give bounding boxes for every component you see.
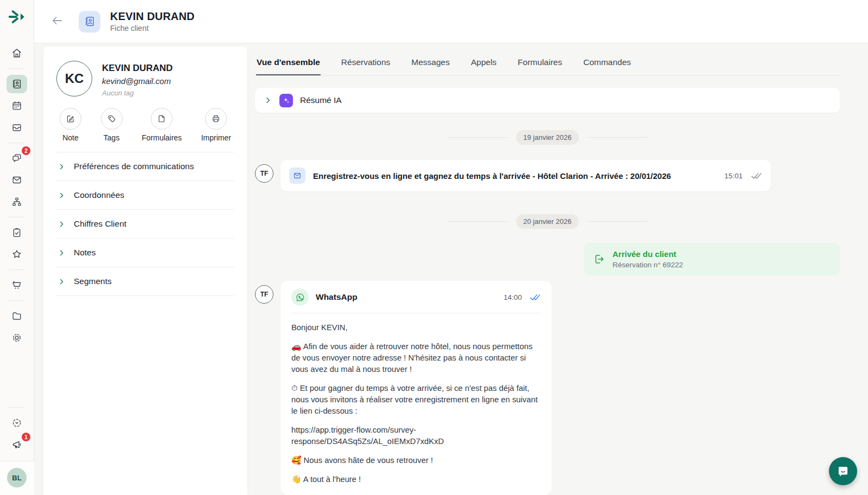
channel-name: WhatsApp bbox=[316, 292, 496, 302]
section-preferences[interactable]: Préférences de communications bbox=[56, 152, 234, 181]
message-link[interactable]: https://app.trigger-flow.com/survey-resp… bbox=[291, 425, 541, 447]
client-avatar: KC bbox=[56, 61, 92, 97]
message-paragraph: 🚗 Afin de vous aider à retrouver notre h… bbox=[291, 341, 541, 375]
announcements-badge: 1 bbox=[22, 433, 30, 441]
section-coordonnees[interactable]: Coordonnées bbox=[56, 181, 234, 210]
formulaires-button[interactable]: Formulaires bbox=[142, 108, 182, 142]
section-segments[interactable]: Segments bbox=[56, 267, 234, 296]
sidebar-item-chat[interactable]: 2 bbox=[7, 149, 27, 168]
sidebar-divider bbox=[9, 217, 25, 217]
tag-icon bbox=[101, 108, 123, 130]
mail-icon bbox=[11, 174, 23, 186]
sidebar-item-files[interactable] bbox=[7, 307, 27, 325]
sidebar-item-tasks[interactable] bbox=[7, 223, 27, 242]
calendar-icon bbox=[11, 100, 23, 112]
sidebar-item-mail[interactable] bbox=[7, 171, 27, 189]
whatsapp-icon bbox=[291, 288, 309, 306]
section-chiffres-client[interactable]: Chiffres Client bbox=[56, 210, 234, 239]
double-check-read-icon bbox=[529, 291, 541, 303]
client-email: kevind@gmail.com bbox=[102, 76, 173, 86]
support-chat-widget-button[interactable] bbox=[829, 457, 857, 485]
ai-summary-label: Résumé IA bbox=[300, 95, 342, 105]
event-subtitle: Réservation n° 69222 bbox=[612, 261, 683, 269]
sidebar-item-calendar[interactable] bbox=[7, 97, 27, 115]
client-name: KEVIN DURAND bbox=[102, 63, 173, 74]
chat-bubble-smile-icon bbox=[836, 464, 850, 478]
whatsapp-card-header: WhatsApp 14:00 bbox=[291, 288, 541, 313]
message-paragraph: Bonjour KEVIN, bbox=[291, 322, 541, 333]
chevron-right-icon bbox=[58, 163, 66, 171]
date-pill: 19 janvier 2026 bbox=[516, 130, 579, 145]
sidebar-item-announcements[interactable]: 1 bbox=[7, 435, 27, 454]
sidebar-user-section: BL bbox=[0, 461, 34, 495]
sidebar-item-focus[interactable] bbox=[7, 414, 27, 432]
sidebar-item-organization[interactable] bbox=[7, 192, 27, 211]
contact-book-icon bbox=[84, 15, 96, 28]
arrival-event-card: Arrivée du client Réservation n° 69222 bbox=[584, 243, 840, 275]
event-title: Arrivée du client bbox=[612, 249, 683, 259]
back-button[interactable] bbox=[49, 14, 65, 29]
sidebar-item-favorites[interactable] bbox=[7, 245, 27, 263]
sender-avatar: TF bbox=[255, 164, 273, 183]
fiche-client-tile bbox=[79, 11, 100, 33]
tab-formulaires[interactable]: Formulaires bbox=[517, 53, 563, 75]
email-subject: Enregistrez-vous en ligne et gagnez du t… bbox=[313, 171, 717, 181]
home-icon bbox=[11, 47, 23, 59]
content: KC KEVIN DURAND kevind@gmail.com Aucun t… bbox=[34, 43, 868, 495]
whatsapp-message-body: Bonjour KEVIN, 🚗 Afin de vous aider à re… bbox=[291, 313, 541, 485]
folder-icon bbox=[11, 310, 23, 322]
note-button[interactable]: Note bbox=[60, 108, 81, 142]
whatsapp-message-card[interactable]: WhatsApp 14:00 Bonjour KEVIN, 🚗 Afin de … bbox=[280, 281, 552, 495]
main-area: KEVIN DURAND Fiche client KC KEVIN DURAN… bbox=[34, 0, 868, 495]
arrow-left-icon bbox=[50, 14, 63, 27]
page-title: KEVIN DURAND bbox=[110, 10, 195, 23]
sender-avatar: TF bbox=[255, 285, 273, 304]
tab-appels[interactable]: Appels bbox=[470, 53, 497, 75]
cart-icon bbox=[11, 279, 23, 291]
email-time: 15:01 bbox=[724, 172, 743, 180]
tab-reservations[interactable]: Réservations bbox=[341, 53, 391, 75]
clipboard-check-icon bbox=[11, 227, 23, 239]
imprimer-button[interactable]: Imprimer bbox=[201, 108, 231, 142]
sidebar-divider bbox=[9, 68, 25, 69]
sidebar-item-settings[interactable] bbox=[7, 329, 27, 347]
chat-badge: 2 bbox=[22, 146, 30, 155]
tab-vue-densemble[interactable]: Vue d'ensemble bbox=[256, 53, 321, 75]
inbox-drawer-icon bbox=[11, 121, 23, 133]
brand-logo-icon bbox=[8, 8, 26, 26]
user-avatar[interactable]: BL bbox=[7, 468, 27, 487]
sidebar-item-contacts[interactable] bbox=[7, 75, 27, 93]
date-pill: 20 janvier 2026 bbox=[516, 214, 579, 229]
message-paragraph: 👋 A tout à l'heure ! bbox=[291, 474, 541, 485]
topbar: KEVIN DURAND Fiche client bbox=[34, 0, 868, 43]
ai-summary-card[interactable]: Résumé IA bbox=[255, 88, 840, 113]
double-check-icon bbox=[750, 170, 762, 182]
tab-messages[interactable]: Messages bbox=[411, 53, 450, 75]
printer-icon bbox=[205, 108, 227, 130]
app: 2 bbox=[0, 0, 868, 495]
timeline: Vue d'ensemble Réservations Messages App… bbox=[255, 47, 868, 495]
email-message-card[interactable]: Enregistrez-vous en ligne et gagnez du t… bbox=[280, 160, 771, 191]
chevron-right-icon bbox=[264, 96, 272, 105]
sidebar-item-cart[interactable] bbox=[7, 276, 27, 294]
document-icon bbox=[151, 108, 173, 130]
check-in-arrow-icon bbox=[592, 253, 605, 266]
chevron-right-icon bbox=[58, 278, 66, 286]
chevron-right-icon bbox=[58, 191, 66, 200]
focus-target-icon bbox=[11, 417, 23, 429]
chevron-right-icon bbox=[58, 220, 66, 228]
chevron-right-icon bbox=[58, 249, 66, 257]
client-tag: Aucun tag bbox=[102, 89, 173, 97]
sidebar-divider bbox=[9, 407, 25, 408]
ai-sparkle-icon bbox=[279, 94, 293, 107]
sidebar-item-home[interactable] bbox=[7, 44, 27, 62]
tab-commandes[interactable]: Commandes bbox=[583, 53, 631, 75]
sidebar-item-inbox[interactable] bbox=[7, 118, 27, 137]
sidebar-divider bbox=[9, 300, 25, 301]
tabs: Vue d'ensemble Réservations Messages App… bbox=[255, 47, 840, 76]
sidebar-divider bbox=[9, 269, 25, 270]
tags-button[interactable]: Tags bbox=[101, 108, 123, 142]
whatsapp-message-row: TF WhatsApp 14:00 bbox=[255, 281, 840, 495]
section-notes[interactable]: Notes bbox=[56, 239, 234, 267]
page-subtitle: Fiche client bbox=[110, 24, 195, 33]
